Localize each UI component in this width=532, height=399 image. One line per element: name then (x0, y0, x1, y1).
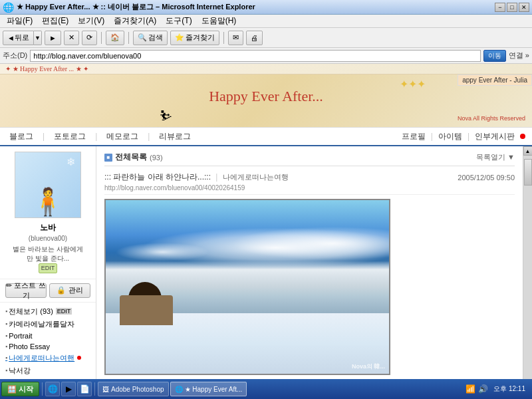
go-button[interactable]: 이동 (483, 50, 506, 62)
start-button[interactable]: 🪟 시작 (1, 382, 39, 396)
page-area: Happy Ever After... ⛷ ✦✦✦ Nova All Right… (0, 74, 532, 390)
bullet-icon-5: ▪ (5, 354, 7, 361)
maximize-button[interactable]: □ (507, 3, 517, 12)
avatar: ❄ 🧍 (15, 152, 81, 218)
volume-icon: 🔊 (478, 384, 488, 394)
print-button[interactable]: 🖨 (246, 31, 263, 45)
back-button[interactable]: ◄ 뒤로 (3, 31, 34, 45)
menu-help[interactable]: 도움말(H) (198, 15, 241, 27)
toggle-button[interactable]: 목록열기 ▼ (476, 152, 515, 162)
nav-board[interactable]: 인부게시판 (475, 131, 515, 142)
menu-favorites[interactable]: 즐겨찾기(A) (110, 15, 160, 27)
user-id: (bluenova00) (5, 235, 90, 242)
scrollbar[interactable]: ▲ ▼ (523, 146, 532, 390)
post-item: ::: 파란하늘 아래 하얀나라...::: | 나에게로떠나는여행 2005/… (104, 169, 515, 195)
quicklaunch-extra[interactable]: 📄 (77, 382, 92, 396)
close-button[interactable]: ✕ (519, 3, 529, 12)
address-label: 주소(D) (3, 51, 27, 61)
banner-title: Happy Ever After... (209, 88, 323, 105)
notification-badge (520, 134, 525, 139)
manage-button[interactable]: 🔒 관리 (49, 283, 90, 298)
network-icon: 📶 (466, 384, 475, 394)
post-write-button[interactable]: ✏ 포스트 쓰기 (5, 283, 47, 298)
content-header: ■ 전체목록 (93) 목록열기 ▼ (104, 152, 515, 166)
scroll-track[interactable] (523, 156, 533, 380)
bullet-icon-6: ▪ (5, 367, 7, 374)
nav-photo[interactable]: 포토로그 (51, 128, 88, 145)
banner-strip-text: ✦ ★ Happy Ever After ... ★ ✦ (5, 65, 100, 72)
menu-edit[interactable]: 편집(E) (38, 15, 72, 27)
menu-all[interactable]: ▪ 전체보기 (93) EDIT (5, 305, 90, 318)
quicklaunch-media[interactable]: ▶ (61, 382, 76, 396)
photo-watermark: Nova의 韓... (352, 362, 385, 371)
scroll-up-button[interactable]: ▲ (523, 146, 533, 156)
content-area: ■ 전체목록 (93) 목록열기 ▼ ::: 파란하늘 아래 하얀나라...::… (96, 146, 523, 390)
blog-photo: Nova의 韓... (104, 199, 390, 375)
home-button[interactable]: 🏠 (106, 31, 124, 45)
taskbar-separator-1 (42, 382, 43, 396)
nav-memo[interactable]: 메모로그 (104, 128, 141, 145)
blog-content: Happy Ever After... ⛷ ✦✦✦ Nova All Right… (0, 74, 532, 390)
nav-item[interactable]: 아이템 (438, 131, 462, 142)
toolbar-separator-3 (223, 32, 224, 44)
skier-decoration: ⛷ (160, 108, 173, 124)
edit-badge[interactable]: EDIT (39, 263, 58, 273)
taskbar-ie[interactable]: 🌐 ★ Happy Ever Aft... (170, 382, 247, 396)
favorites-button[interactable]: ⭐ 즐겨찾기 (170, 31, 219, 45)
mail-button[interactable]: ✉ (228, 31, 243, 45)
user-name: 노바 (5, 222, 90, 233)
search-button[interactable]: 🔍 검색 (133, 31, 168, 45)
sidebar-menu: ▪ 전체보기 (93) EDIT ▪ 카메라에날개를달자 ▪ Portrait … (0, 303, 96, 380)
address-input[interactable] (30, 50, 481, 62)
menu-view[interactable]: 보기(V) (74, 15, 108, 27)
post-url: http://blog.naver.com/bluenova00/4002026… (104, 184, 515, 192)
sidebar: ❄ 🧍 노바 (bluenova00) 별은 바라보는 사람에게만 빛을 준다.… (0, 146, 96, 390)
windows-icon: 🪟 (7, 385, 17, 394)
forward-button[interactable]: ► (45, 31, 61, 45)
post-separator: | (215, 172, 217, 182)
search-icon: 🔍 (138, 33, 147, 42)
tunnel-wall (120, 295, 173, 325)
post-category[interactable]: 나에게로떠나는여행 (223, 173, 289, 181)
nav-profile[interactable]: 프로필 (402, 131, 426, 142)
taskbar-photoshop[interactable]: 🖼 Adobe Photoshop (98, 382, 169, 396)
content-count: (93) (150, 154, 163, 162)
nav-review[interactable]: 리뷰로그 (156, 128, 194, 145)
menu-file[interactable]: 파일(F) (3, 15, 37, 27)
nav-blog[interactable]: 블로그 (7, 128, 36, 145)
banner-tab: appy Ever After - Julia (458, 74, 532, 86)
toolbar-separator-2 (128, 32, 129, 44)
menu-tools[interactable]: 도구(T) (162, 15, 196, 27)
minimize-button[interactable]: − (495, 3, 505, 12)
post-title[interactable]: ::: 파란하늘 아래 하얀나라...::: (104, 172, 213, 182)
quicklaunch-ie[interactable]: 🌐 (45, 382, 60, 396)
window-title: ★ Happy Ever After... ★ :: 네이버 블로그 – Mic… (17, 2, 255, 12)
stop-button[interactable]: ✕ (64, 31, 79, 45)
snowflake-decoration: ❄ (66, 156, 75, 168)
system-clock: 오후 12:11 (491, 384, 528, 394)
menu-portrait[interactable]: ▪ Portrait (5, 331, 90, 341)
menu-doodle[interactable]: ▪ 낙서강 (5, 364, 90, 377)
main-layout: ❄ 🧍 노바 (bluenova00) 별은 바라보는 사람에게만 빛을 준다.… (0, 146, 532, 390)
banner-subtitle: Nova All Rights Reserved (458, 115, 525, 122)
sidebar-buttons: ✏ 포스트 쓰기 🔒 관리 (0, 279, 96, 303)
title-bar: 🌐 ★ Happy Ever After... ★ :: 네이버 블로그 – M… (0, 0, 532, 15)
toolbar: ◄ 뒤로 ▼ ► ✕ ⟳ 🏠 🔍 검색 ⭐ 즐겨찾기 ✉ 🖨 (0, 28, 532, 48)
avatar-character: 🧍 (31, 186, 65, 217)
menu-travel[interactable]: ▪ 나에게로떠나는여핸 (5, 352, 90, 364)
star-icon: ⭐ (175, 33, 184, 42)
quick-launch: 🌐 ▶ 📄 (45, 382, 92, 396)
photo-background: Nova의 韓... (106, 200, 389, 374)
profile-area: ❄ 🧍 노바 (bluenova00) 별은 바라보는 사람에게만 빛을 준다.… (0, 146, 96, 279)
browser-icon: 🌐 (3, 2, 14, 13)
ie-icon: 🌐 (175, 386, 183, 393)
back-dropdown-button[interactable]: ▼ (34, 31, 42, 45)
scroll-thumb[interactable] (524, 159, 532, 186)
menu-photo-essay[interactable]: ▪ Photo Essay (5, 341, 90, 352)
refresh-button[interactable]: ⟳ (82, 31, 97, 45)
menu-camera[interactable]: ▪ 카메라에날개를달자 (5, 318, 90, 331)
taskbar-separator-2 (94, 382, 95, 396)
user-description: 별은 바라보는 사람에게만 빛을 준다...EDIT (5, 245, 90, 273)
bullet-icon-2: ▪ (5, 321, 7, 327)
content-title: 전체목록 (115, 152, 147, 163)
